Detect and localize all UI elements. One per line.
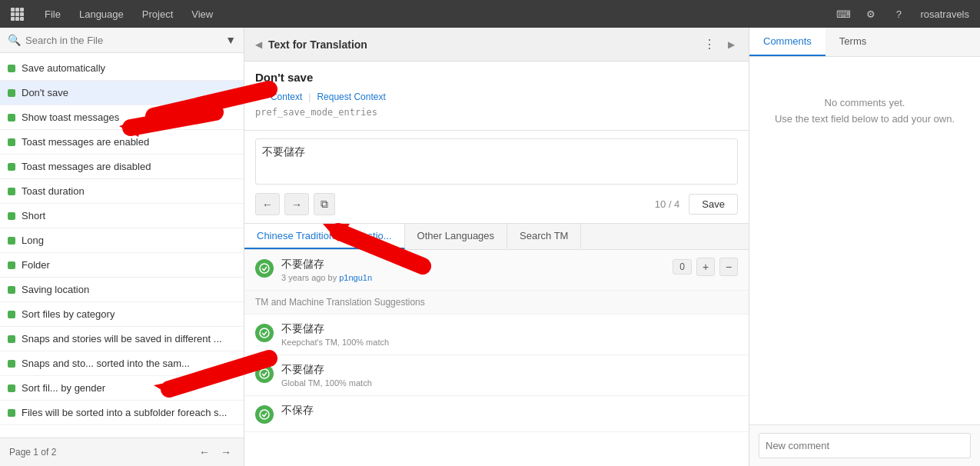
menu-view[interactable]: View [184,5,221,23]
list-item[interactable]: Saving location [0,278,244,302]
upvote-button[interactable]: + [696,258,715,276]
username-label: rosatravels [915,5,974,23]
translation-textarea[interactable]: 不要儲存 [255,138,738,185]
tab-search-tm[interactable]: Search TM [507,224,581,249]
help-icon[interactable]: ? [888,3,909,25]
tm-suggestion-meta: Keepchat's TM, 100% match [281,338,738,347]
tm-header: TM and Machine Translation Suggestions [244,291,749,315]
list-item[interactable]: Sort fil... by gender [0,376,244,401]
tm-icon [255,324,274,342]
list-item[interactable]: Snaps and stories will be saved in diffe… [0,327,244,351]
center-panel: ◀ Text for Translation ⋮ ▶ Don't save ▼ … [244,28,749,466]
sidebar-list: Save automatically Don't save Show toast… [0,53,244,438]
svg-point-9 [260,264,269,273]
sidebar-footer: Page 1 of 2 ← → [0,438,244,466]
svg-rect-4 [15,12,19,16]
more-options-icon[interactable]: ⋮ [699,35,720,53]
list-item[interactable]: Toast messages are disabled [0,155,244,179]
page-info: Page 1 of 2 [9,447,56,458]
downvote-button[interactable]: − [719,258,738,276]
list-item[interactable]: Sort files by category [0,302,244,327]
copy-source-button[interactable]: ⧉ [314,193,335,215]
status-dot [8,89,15,97]
menu-language[interactable]: Language [71,5,131,23]
list-item[interactable]: Save automatically [0,56,244,81]
tm-suggestion-text: 不要儲存 [281,322,738,336]
status-dot [8,237,15,245]
list-item[interactable]: Show toast messages [0,105,244,130]
expand-btn[interactable]: ▶ [725,38,738,52]
filter-icon[interactable]: ▼ [225,34,236,46]
next-page-button[interactable]: → [218,444,234,460]
suggestion-user-link[interactable]: p1ngu1n [339,273,372,282]
list-item[interactable]: Folder [0,253,244,278]
search-icon: 🔍 [8,34,21,46]
tab-chinese-suggestions[interactable]: Chinese Tradition... uggestio... [244,224,405,249]
tab-other-languages[interactable]: Other Languages [405,224,507,249]
context-triangle-icon: ▼ [255,92,264,102]
item-label: Toast duration [22,185,85,197]
tm-suggestion-meta: Global TM, 100% match [281,378,738,388]
next-translation-button[interactable]: → [284,193,309,215]
context-code: pref_save_mode_entries [255,107,738,118]
translation-count: 10 / 4 [655,198,680,210]
list-item[interactable]: Long [0,228,244,253]
item-label: Snaps and sto... sorted into the sam... [22,358,190,369]
tm-suggestion-item: 不要儲存 Keepchat's TM, 100% match [244,315,749,355]
translation-file-title: Text for Translation [268,38,367,51]
list-item[interactable]: Snaps and sto... sorted into the sam... [0,351,244,376]
suggestions-area: 不要儲存 3 years ago by p1ngu1n 0 + − TM and… [244,250,749,466]
request-context-link[interactable]: Request Context [317,92,385,102]
status-dot [8,409,15,417]
menu-file[interactable]: File [37,5,68,23]
tm-suggestion-content: 不保存 [281,404,738,419]
status-dot [8,335,15,343]
prev-translation-button[interactable]: ← [255,193,280,215]
list-item[interactable]: Files will be sorted into a subfolder fo… [0,401,244,425]
new-comment-input[interactable] [759,433,971,458]
svg-rect-0 [11,8,15,12]
nav-buttons: ← → ⧉ [255,193,335,215]
tm-icon [255,364,274,383]
item-label: Short [22,210,45,221]
list-item[interactable]: Toast messages are enabled [0,130,244,155]
right-tabs: Comments Terms [749,28,980,57]
tm-suggestion-text: 不要儲存 [281,363,738,377]
list-item[interactable]: Short [0,204,244,228]
list-item[interactable]: Don't save [0,81,244,105]
translation-section: 不要儲存 ← → ⧉ 10 / 4 Save [244,131,749,224]
svg-rect-8 [20,17,24,21]
list-item[interactable]: Toast duration [0,179,244,204]
search-input[interactable] [25,35,225,46]
keyboard-icon[interactable]: ⌨ [832,3,854,25]
svg-point-11 [260,369,269,378]
status-dot [8,261,15,269]
tm-suggestion-content: 不要儲存 Global TM, 100% match [281,363,738,388]
item-label: Toast messages are enabled [22,136,149,148]
menu-project[interactable]: Project [135,5,181,23]
status-dot [8,286,15,294]
save-button[interactable]: Save [689,194,738,215]
tab-terms[interactable]: Terms [826,28,880,56]
count-save: 10 / 4 Save [655,194,738,215]
prev-page-button[interactable]: ← [196,444,213,460]
svg-rect-7 [15,17,19,21]
app-grid-icon[interactable] [6,3,28,25]
collapse-sidebar-btn[interactable]: ◀ [255,39,262,50]
status-dot [8,188,15,195]
vote-count: 0 [673,259,692,275]
tm-icon [255,405,274,424]
item-label: Sort files by category [22,308,115,320]
gear-icon[interactable]: ⚙ [860,3,882,25]
context-link[interactable]: Context [271,92,302,102]
status-dot [8,212,15,220]
tm-suggestion-item: 不要儲存 Global TM, 100% match [244,355,749,396]
item-label: Toast messages are disabled [22,161,151,172]
status-dot [8,138,15,146]
status-dot [8,384,15,392]
svg-rect-6 [11,17,15,21]
no-comments-message: No comments yet. Use the text field belo… [775,95,955,128]
tab-comments[interactable]: Comments [749,28,826,56]
status-dot [8,114,15,121]
source-section: Don't save ▼ Context | Request Context p… [244,62,749,131]
